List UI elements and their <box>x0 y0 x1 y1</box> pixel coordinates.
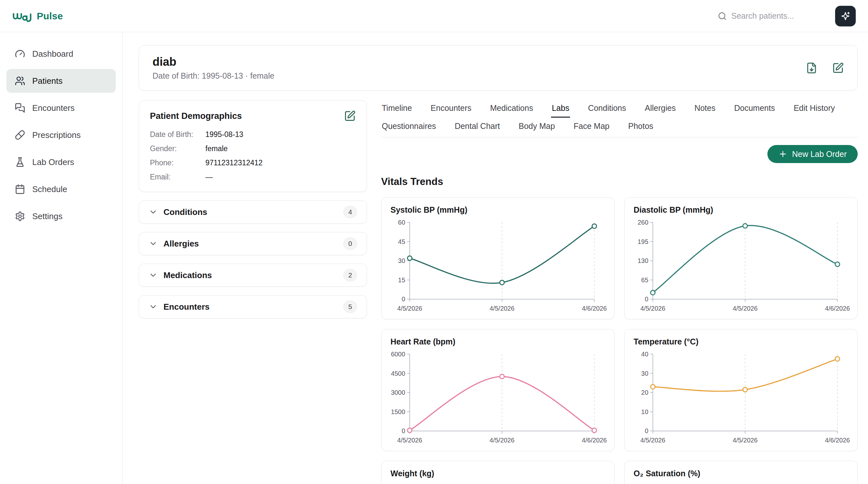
top-bar: Pulse <box>0 0 868 32</box>
line-chart <box>391 481 605 484</box>
tab-allergies[interactable]: Allergies <box>644 100 677 118</box>
sidebar-item-encounters[interactable]: Encounters <box>6 96 116 120</box>
right-column: TimelineEncountersMedicationsLabsConditi… <box>381 100 858 484</box>
line-chart <box>633 481 848 484</box>
svg-text:4/5/2026: 4/5/2026 <box>490 305 514 312</box>
demographics-rows: Date of Birth: 1995-08-13 Gender: female… <box>150 130 355 182</box>
content-columns: Patient Demographics Date of Birth: 1995… <box>138 100 858 484</box>
medications-section-toggle[interactable]: Medications 2 <box>138 264 367 287</box>
count-badge: 5 <box>343 301 357 313</box>
svg-text:4/6/2026: 4/6/2026 <box>825 437 850 444</box>
svg-text:10: 10 <box>641 408 648 415</box>
sidebar-item-dashboard[interactable]: Dashboard <box>6 42 116 66</box>
demographics-row: Gender: female <box>150 144 355 154</box>
allergies-section-toggle[interactable]: Allergies 0 <box>138 232 367 255</box>
chart-title: Heart Rate (bpm) <box>391 337 605 346</box>
svg-text:4/5/2026: 4/5/2026 <box>640 437 665 444</box>
svg-text:4/6/2026: 4/6/2026 <box>582 437 607 444</box>
demographics-title: Patient Demographics <box>150 111 242 121</box>
tab-labs[interactable]: Labs <box>551 100 570 118</box>
patient-subtitle: Date of Birth: 1995-08-13 · female <box>153 71 274 80</box>
left-column: Patient Demographics Date of Birth: 1995… <box>138 100 367 318</box>
sidebar-item-lab-orders[interactable]: Lab Orders <box>6 150 116 174</box>
sidebar-item-label: Lab Orders <box>32 157 74 167</box>
vitals-chart-card: Temperature (°C)0102030404/5/20264/5/202… <box>624 329 858 451</box>
field-label: Phone: <box>150 158 206 168</box>
sidebar-item-label: Prescriptions <box>32 130 81 140</box>
sidebar-item-schedule[interactable]: Schedule <box>6 177 116 201</box>
new-lab-order-button[interactable]: New Lab Order <box>767 145 858 163</box>
tab-face-map[interactable]: Face Map <box>573 118 610 136</box>
svg-text:1500: 1500 <box>391 408 405 415</box>
tab-conditions[interactable]: Conditions <box>587 100 627 118</box>
vitals-chart-card: O₂ Saturation (%) <box>624 461 858 484</box>
app-shell: Dashboard Patients Encounters Prescripti… <box>0 32 868 484</box>
svg-text:15: 15 <box>398 277 405 284</box>
tab-body-map[interactable]: Body Map <box>518 118 556 136</box>
users-icon <box>15 76 25 86</box>
patient-actions <box>806 62 844 74</box>
line-chart: 015003000450060004/5/20264/5/20264/6/202… <box>391 349 605 445</box>
sidebar-item-label: Dashboard <box>32 49 73 59</box>
pill-icon <box>15 130 25 140</box>
svg-text:4/5/2026: 4/5/2026 <box>640 305 665 312</box>
demographics-row: Phone: 97112312312412 <box>150 158 355 168</box>
tab-row-2: QuestionnairesDental ChartBody MapFace M… <box>381 118 858 136</box>
chart-title: Diastolic BP (mmHg) <box>633 205 848 215</box>
edit-demographics-button[interactable] <box>344 110 355 122</box>
edit-patient-button[interactable] <box>832 62 844 74</box>
sidebar-item-label: Schedule <box>32 184 67 194</box>
line-chart: 0102030404/5/20264/5/20264/6/2026 <box>633 349 848 445</box>
line-chart: 0651301952604/5/20264/5/20264/6/2026 <box>633 217 848 313</box>
assistant-button[interactable] <box>835 6 856 26</box>
chart-title: Weight (kg) <box>391 469 605 478</box>
plus-icon <box>778 150 787 159</box>
patient-header-card: diab Date of Birth: 1995-08-13 · female <box>138 45 858 91</box>
tab-questionnaires[interactable]: Questionnaires <box>381 118 437 136</box>
search-input[interactable] <box>731 11 825 21</box>
sparkles-icon <box>841 11 850 21</box>
tab-documents[interactable]: Documents <box>734 100 775 118</box>
tab-timeline[interactable]: Timeline <box>381 100 413 118</box>
section-label: Conditions <box>163 207 207 217</box>
patient-search[interactable] <box>718 11 825 21</box>
count-badge: 4 <box>343 206 357 218</box>
svg-text:45: 45 <box>398 238 405 245</box>
tab-notes[interactable]: Notes <box>694 100 716 118</box>
sidebar-item-settings[interactable]: Settings <box>6 204 116 228</box>
svg-text:195: 195 <box>638 238 648 245</box>
section-label: Encounters <box>163 302 210 312</box>
encounters-section-toggle[interactable]: Encounters 5 <box>138 295 367 318</box>
svg-text:4/5/2026: 4/5/2026 <box>733 437 757 444</box>
line-chart: 0153045604/5/20264/5/20264/6/2026 <box>391 217 605 313</box>
conditions-section-toggle[interactable]: Conditions 4 <box>138 200 367 224</box>
tab-dental-chart[interactable]: Dental Chart <box>454 118 500 136</box>
vitals-chart-card: Weight (kg) <box>381 461 615 484</box>
svg-text:0: 0 <box>402 295 405 302</box>
sidebar-item-prescriptions[interactable]: Prescriptions <box>6 123 116 147</box>
svg-text:260: 260 <box>638 219 648 226</box>
tab-edit-history[interactable]: Edit History <box>793 100 835 118</box>
brand: Pulse <box>12 10 63 23</box>
vitals-chart-card: Systolic BP (mmHg)0153045604/5/20264/5/2… <box>381 197 615 319</box>
svg-text:4/6/2026: 4/6/2026 <box>825 305 850 312</box>
messages-icon <box>15 103 25 113</box>
brand-name: Pulse <box>37 11 63 22</box>
tab-row-1: TimelineEncountersMedicationsLabsConditi… <box>381 100 858 118</box>
svg-text:4/5/2026: 4/5/2026 <box>490 437 514 444</box>
tab-encounters[interactable]: Encounters <box>430 100 472 118</box>
svg-text:3000: 3000 <box>391 389 405 396</box>
tab-medications[interactable]: Medications <box>490 100 534 118</box>
sidebar-item-patients[interactable]: Patients <box>6 69 116 93</box>
svg-text:4/5/2026: 4/5/2026 <box>397 305 422 312</box>
search-icon <box>718 11 727 21</box>
calendar-icon <box>15 184 25 194</box>
svg-text:30: 30 <box>398 257 405 264</box>
svg-text:40: 40 <box>641 351 648 358</box>
vitals-chart-card: Diastolic BP (mmHg)0651301952604/5/20264… <box>624 197 858 319</box>
tab-photos[interactable]: Photos <box>627 118 654 136</box>
svg-text:0: 0 <box>645 428 648 435</box>
export-patient-button[interactable] <box>806 62 817 74</box>
field-value: female <box>206 144 228 154</box>
svg-text:30: 30 <box>641 370 648 377</box>
